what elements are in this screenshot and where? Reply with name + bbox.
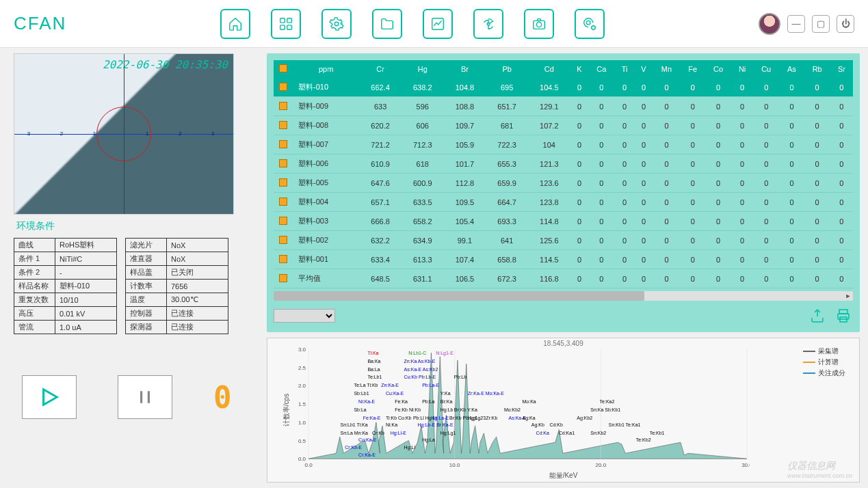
table-row[interactable]: 塑料-007721.2712.3105.9722.310400000000000… bbox=[274, 135, 853, 154]
row-checkbox[interactable] bbox=[279, 121, 287, 129]
table-row[interactable]: 塑料-002632.2634.999.1641125.6000000000000 bbox=[274, 231, 853, 250]
table-row[interactable]: 塑料-004657.1633.5109.5664.7123.8000000000… bbox=[274, 193, 853, 212]
row-checkbox[interactable] bbox=[279, 102, 287, 110]
col-header[interactable]: Cu bbox=[753, 60, 779, 78]
cell-value: 0 bbox=[779, 231, 804, 250]
table-row[interactable]: 塑料-006610.9618101.7655.3121.300000000000… bbox=[274, 154, 853, 174]
top-toolbar bbox=[66, 9, 759, 39]
table-row[interactable]: 塑料-003666.8658.2105.4693.3114.8000000000… bbox=[274, 212, 853, 231]
cell-value: 0 bbox=[588, 269, 614, 288]
pause-button[interactable] bbox=[118, 375, 172, 419]
cell-value: 0 bbox=[753, 154, 779, 174]
col-header[interactable]: V bbox=[635, 60, 653, 78]
env-val: 30.00℃ bbox=[167, 293, 228, 307]
data-table-scroll[interactable]: ppmCrHgBrPbCdKCaTiVMnFeCoNiCuAsRbSr塑料-01… bbox=[274, 60, 853, 288]
minimize-button[interactable]: — bbox=[787, 15, 805, 33]
col-header[interactable]: Co bbox=[705, 60, 731, 78]
table-row[interactable]: 塑料-010662.4638.2104.8695104.500000000000… bbox=[274, 78, 853, 97]
horizontal-scrollbar[interactable]: ◄ ► bbox=[274, 291, 853, 301]
svg-text:2.0: 2.0 bbox=[298, 383, 306, 389]
row-checkbox[interactable] bbox=[279, 159, 287, 167]
sample-name: 塑料-005 bbox=[293, 174, 359, 193]
cell-value: 0 bbox=[830, 135, 853, 154]
col-header[interactable]: Mn bbox=[653, 60, 680, 78]
col-header[interactable]: Fe bbox=[681, 60, 705, 78]
svg-text:1.0: 1.0 bbox=[298, 420, 306, 426]
cell-value: 0 bbox=[830, 154, 853, 174]
home-button[interactable] bbox=[220, 9, 250, 39]
col-header[interactable]: Ca bbox=[588, 60, 614, 78]
header-checkbox[interactable] bbox=[279, 64, 287, 72]
folder-button[interactable] bbox=[372, 9, 402, 39]
cell-value: 666.8 bbox=[359, 212, 402, 231]
table-row[interactable]: 塑料-009633596108.8651.7129.1000000000000 bbox=[274, 97, 853, 116]
table-row[interactable]: 塑料-005647.6600.9112.8659.9123.6000000000… bbox=[274, 174, 853, 193]
env-key: 高压 bbox=[14, 307, 55, 321]
play-button[interactable] bbox=[22, 375, 77, 419]
cell-value: 0 bbox=[731, 250, 753, 269]
env-val: 已关闭 bbox=[167, 266, 228, 280]
cell-value: 0 bbox=[779, 174, 804, 193]
col-header[interactable]: Cr bbox=[359, 60, 402, 78]
settings-button[interactable] bbox=[321, 9, 352, 39]
cell-value: 0 bbox=[653, 193, 680, 212]
camera-timestamp: 2022-06-30 20:35:30 bbox=[103, 58, 228, 71]
row-checkbox[interactable] bbox=[279, 198, 287, 206]
cell-value: 0 bbox=[615, 250, 635, 269]
row-checkbox[interactable] bbox=[279, 255, 287, 263]
env-key: 计数率 bbox=[126, 280, 167, 293]
radiation-button[interactable] bbox=[473, 9, 503, 39]
table-row[interactable]: 塑料-008620.2606109.7681107.2000000000000 bbox=[274, 116, 853, 135]
cell-value: 0 bbox=[635, 135, 653, 154]
admin-settings-button[interactable] bbox=[575, 9, 605, 39]
env-val: 已连接 bbox=[167, 307, 228, 321]
col-header[interactable]: Cd bbox=[528, 60, 570, 78]
cell-value: 0 bbox=[570, 212, 589, 231]
env-val: 塑料-010 bbox=[55, 280, 117, 293]
chart-button[interactable] bbox=[423, 9, 453, 39]
camera-button[interactable] bbox=[524, 9, 554, 39]
cell-value: 0 bbox=[779, 78, 804, 97]
col-header[interactable]: Rb bbox=[804, 60, 830, 78]
cell-value: 0 bbox=[731, 212, 753, 231]
col-header[interactable]: Sr bbox=[830, 60, 853, 78]
export-button[interactable] bbox=[808, 306, 827, 325]
row-checkbox[interactable] bbox=[279, 274, 287, 282]
cell-value: 0 bbox=[731, 135, 753, 154]
cell-value: 125.6 bbox=[528, 231, 570, 250]
row-checkbox[interactable] bbox=[279, 83, 287, 91]
user-avatar[interactable] bbox=[759, 13, 780, 35]
table-row[interactable]: 平均值648.5631.1106.5672.3116.8000000000000 bbox=[274, 269, 853, 288]
env-val: 7656 bbox=[167, 280, 228, 293]
col-header[interactable]: Pb bbox=[486, 60, 528, 78]
row-checkbox[interactable] bbox=[279, 236, 287, 244]
camera-view[interactable]: 2022-06-30 20:35:30 -3 -2 -1 1 2 3 bbox=[14, 53, 234, 215]
cell-value: 0 bbox=[681, 154, 705, 174]
svg-rect-3 bbox=[287, 25, 291, 29]
col-header[interactable]: ppm bbox=[293, 60, 359, 78]
col-header[interactable]: Hg bbox=[402, 60, 444, 78]
scroll-right-icon[interactable]: ► bbox=[843, 291, 853, 301]
maximize-button[interactable]: ▢ bbox=[812, 15, 830, 33]
col-header[interactable]: As bbox=[779, 60, 804, 78]
filter-select[interactable] bbox=[274, 309, 335, 323]
cell-value: 693.3 bbox=[486, 212, 528, 231]
row-checkbox[interactable] bbox=[279, 140, 287, 148]
cell-value: 101.7 bbox=[444, 154, 486, 174]
row-checkbox[interactable] bbox=[279, 217, 287, 225]
row-checkbox[interactable] bbox=[279, 178, 287, 187]
spectrum-chart[interactable]: 18.545,3.409 采集谱计算谱关注成分 计数率/cps 能量/KeV 0… bbox=[267, 338, 860, 483]
apps-button[interactable] bbox=[271, 9, 301, 39]
power-button[interactable]: ⏻ bbox=[837, 15, 854, 33]
scrollbar-thumb[interactable] bbox=[274, 291, 644, 301]
table-row[interactable]: 塑料-001633.4613.3107.4658.8114.5000000000… bbox=[274, 250, 853, 269]
col-header[interactable] bbox=[274, 60, 293, 78]
col-header[interactable]: Ti bbox=[615, 60, 635, 78]
cell-value: 0 bbox=[681, 212, 705, 231]
col-header[interactable]: Br bbox=[444, 60, 486, 78]
col-header[interactable]: K bbox=[570, 60, 589, 78]
env-key: 准直器 bbox=[126, 252, 167, 266]
col-header[interactable]: Ni bbox=[731, 60, 753, 78]
cell-value: 0 bbox=[570, 269, 589, 288]
print-button[interactable] bbox=[834, 306, 853, 325]
